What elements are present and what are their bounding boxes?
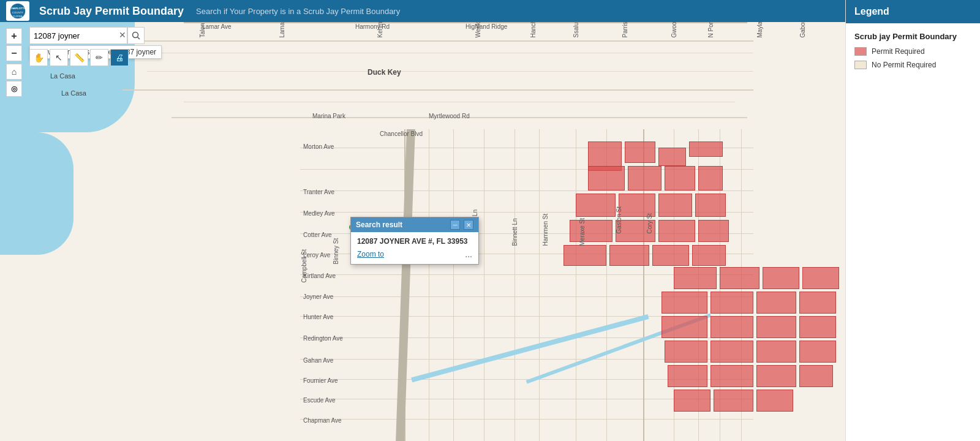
search-input[interactable] xyxy=(29,27,127,44)
road-v2 xyxy=(429,129,429,441)
search-form: ✕ xyxy=(29,27,145,44)
label-joyner: Joyner Ave xyxy=(303,293,333,300)
permit-zone-3 xyxy=(658,148,686,166)
permit-zone-34 xyxy=(710,341,753,363)
label-chapman: Chapman Ave xyxy=(303,417,342,424)
label-nport: N Port Ave xyxy=(707,22,714,38)
legend-swatch-no-permit xyxy=(854,61,867,69)
permit-zone-36 xyxy=(799,341,836,363)
permit-zone-9 xyxy=(576,194,616,217)
popup-minimize-button[interactable]: ─ xyxy=(450,220,460,230)
map-container[interactable]: Morton Ave Tranter Ave Medley Ave Cotter… xyxy=(0,22,980,441)
map-tool-buttons: ⌂ ◎ xyxy=(6,64,22,97)
permit-zone-35 xyxy=(756,341,796,363)
road-tranter xyxy=(300,190,753,191)
label-campbell: Campbell St xyxy=(301,249,307,282)
permit-zone-27 xyxy=(756,292,796,314)
locate-button[interactable]: ◎ xyxy=(6,81,22,97)
label-gabord: Gabord Rd xyxy=(799,22,806,38)
zoom-out-button[interactable]: − xyxy=(6,45,22,61)
popup-more-button[interactable]: ... xyxy=(465,249,472,259)
map-background: Morton Ave Tranter Ave Medley Ave Cotter… xyxy=(0,22,980,441)
road-h2 xyxy=(147,71,753,72)
label-gahan: Gahan Ave xyxy=(303,357,333,364)
legend-swatch-permit xyxy=(854,47,867,56)
logo-area: CHARLOTTE COUNTY FLORIDA xyxy=(6,1,29,21)
label-gwood: Gwood St xyxy=(671,22,677,38)
legend-label-permit: Permit Required xyxy=(872,47,925,56)
label-leroy: Leroy Ave xyxy=(303,252,330,258)
nav-tools: ✋ ↖ 📏 ✏ 🖨 xyxy=(29,49,129,66)
permit-zone-17 xyxy=(564,245,606,266)
permit-zone-32 xyxy=(799,316,836,338)
nav-select-button[interactable]: ↖ xyxy=(50,49,68,66)
zoom-in-button[interactable]: + xyxy=(6,28,22,44)
permit-zone-28 xyxy=(799,292,836,314)
permit-zone-23 xyxy=(763,267,799,289)
svg-line-5 xyxy=(138,37,140,40)
permit-zone-26 xyxy=(710,292,753,314)
search-box: ✕ Show search results for 12087 joyner xyxy=(29,27,145,44)
permit-zone-5 xyxy=(588,166,625,190)
page-title: Scrub Jay Permit Boundary xyxy=(39,5,184,18)
label-gaston: Gaston St xyxy=(616,206,622,233)
svg-text:FLORIDA: FLORIDA xyxy=(13,15,23,18)
label-kenmore: Kenmore Rd xyxy=(377,22,383,38)
road-chapman xyxy=(300,419,753,420)
nav-draw-button[interactable]: ✏ xyxy=(90,49,108,66)
popup-zoom-link[interactable]: Zoom to xyxy=(357,250,384,258)
permit-zone-24 xyxy=(802,267,839,289)
label-tranter: Tranter Ave xyxy=(303,189,334,195)
nav-measure-button[interactable]: 📏 xyxy=(70,49,88,66)
nav-print-button[interactable]: 🖨 xyxy=(110,49,129,66)
label-binnett: Binnett Ln xyxy=(511,218,518,246)
permit-zone-41 xyxy=(674,390,710,412)
popup-body: 12087 JOYNER AVE #, FL 33953 Zoom to ... xyxy=(351,232,478,264)
popup-close-button[interactable]: ✕ xyxy=(464,220,473,230)
app-header: CHARLOTTE COUNTY FLORIDA Scrub Jay Permi… xyxy=(0,0,980,22)
search-button[interactable] xyxy=(127,27,145,44)
label-parrish: Parrish St xyxy=(622,22,628,38)
permit-zone-13 xyxy=(570,220,612,242)
permit-zone-11 xyxy=(658,194,692,217)
popup-header: Search result ─ ✕ xyxy=(351,217,478,232)
permit-zone-6 xyxy=(628,166,662,190)
label-meraxe: Meraxe St xyxy=(579,218,586,246)
zoom-controls: + − xyxy=(6,28,22,61)
legend-body: Scrub jay Permit Boundary Permit Require… xyxy=(846,23,980,83)
permit-zone-7 xyxy=(665,166,695,190)
road-v3 xyxy=(453,129,454,441)
label-talon: Talon Ave xyxy=(199,22,206,38)
road-h3 xyxy=(184,102,735,102)
legend-panel: Legend Scrub jay Permit Boundary Permit … xyxy=(845,0,980,441)
label-morton: Morton Ave xyxy=(303,143,334,150)
label-binney: Binney St xyxy=(333,238,339,265)
label-lacasa: La Casa xyxy=(50,72,75,80)
legend-header: Legend xyxy=(846,0,980,23)
permit-zone-42 xyxy=(714,390,753,412)
label-wesford: Wesford St xyxy=(475,22,481,38)
svg-text:COUNTY: COUNTY xyxy=(12,11,23,14)
permit-zone-30 xyxy=(710,316,753,338)
logo-box: CHARLOTTE COUNTY FLORIDA xyxy=(6,1,29,21)
water-body-2 xyxy=(0,132,74,255)
label-myrtlewood: Myrtlewood Rd xyxy=(429,113,470,119)
label-mayland: Mayland St xyxy=(756,22,763,38)
label-channelblvd: Chancellor Blvd xyxy=(380,130,423,137)
search-clear-button[interactable]: ✕ xyxy=(119,30,126,40)
label-lacasa2: La Casa xyxy=(61,89,86,97)
nav-pan-button[interactable]: ✋ xyxy=(29,49,48,66)
permit-zone-16 xyxy=(698,220,729,242)
permit-zone-22 xyxy=(720,267,760,289)
road-lamar xyxy=(135,40,753,42)
popup-controls: ─ ✕ xyxy=(450,220,473,230)
label-duckkey: Duck Key xyxy=(368,68,401,77)
permit-zone-8 xyxy=(698,166,723,190)
permit-zone-40 xyxy=(799,365,833,387)
label-marina: Marina Park xyxy=(312,113,345,119)
label-cory: Cory St xyxy=(646,213,653,233)
home-button[interactable]: ⌂ xyxy=(6,64,22,80)
road-harmony xyxy=(123,89,753,91)
svg-text:CHARLOTTE: CHARLOTTE xyxy=(10,7,26,10)
search-icon xyxy=(132,31,140,40)
